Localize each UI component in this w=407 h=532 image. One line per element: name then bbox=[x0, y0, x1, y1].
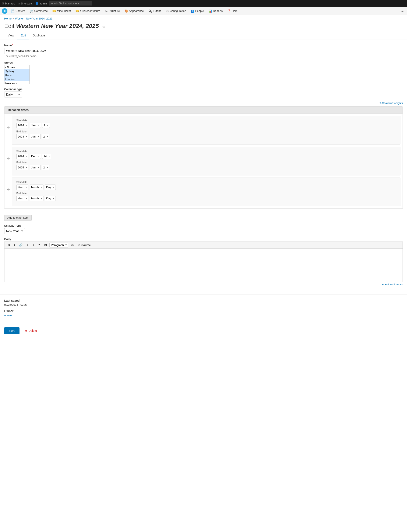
end-month-1[interactable]: Jan Feb Mar bbox=[30, 134, 40, 139]
nav-mine-ticket-label: Mine Ticket bbox=[57, 9, 71, 13]
end-day-3[interactable]: Day 1 bbox=[45, 196, 56, 201]
people-icon: 👥 bbox=[191, 9, 194, 13]
start-year-2[interactable]: 2024 2025 bbox=[16, 154, 28, 159]
site-logo[interactable] bbox=[2, 8, 8, 14]
drag-handle-1[interactable]: ✛ bbox=[7, 125, 10, 130]
start-month-1[interactable]: Jan Feb Mar Apr May Jun Jul Aug Sep Oct bbox=[30, 123, 41, 128]
calendar-type-label: Calendar type bbox=[4, 87, 403, 91]
start-date-group-1: Start date 2024 2025 Jan Feb Mar Apr bbox=[16, 119, 396, 128]
start-day-2[interactable]: 24 bbox=[42, 154, 51, 159]
store-option-paris: Paris bbox=[4, 73, 30, 77]
appearance-icon: 🎨 bbox=[125, 9, 128, 13]
delete-button[interactable]: 🗑 Delete bbox=[22, 327, 39, 334]
date-row-wrapper-1: ✛ Start date 2024 2025 Jan Feb bbox=[7, 116, 400, 145]
manage-label: Manage bbox=[5, 2, 15, 5]
nav-configuration[interactable]: ⚙ Configuration bbox=[164, 8, 188, 14]
editor-image-button[interactable]: 🖼 bbox=[42, 243, 48, 247]
stores-listbox[interactable]: - None - Sydney Paris London New York bbox=[4, 65, 30, 84]
start-date-group-2: Start date 2024 2025 Jan Feb Mar Apr bbox=[16, 150, 396, 159]
tab-duplicate[interactable]: Duplicate bbox=[29, 32, 48, 39]
end-date-group-3: End date Year 2024 2025 Month Jan bbox=[16, 192, 396, 201]
end-date-label-3: End date bbox=[16, 192, 396, 195]
tab-view[interactable]: View bbox=[4, 32, 17, 39]
start-day-3[interactable]: Day 1 2 bbox=[45, 185, 56, 190]
configuration-icon: ⚙ bbox=[166, 9, 169, 13]
admin-search-input[interactable] bbox=[49, 1, 92, 6]
drag-handle-3[interactable]: ✛ bbox=[7, 187, 10, 192]
start-month-3[interactable]: Month Jan Feb bbox=[30, 185, 43, 190]
name-input[interactable] bbox=[4, 48, 68, 54]
nav-commerce[interactable]: 🛒 Commerce bbox=[28, 8, 50, 14]
nav-people[interactable]: 👥 People bbox=[189, 8, 206, 14]
editor-numbered-list-button[interactable]: ≡ bbox=[31, 243, 36, 247]
date-row-wrapper-3: ✛ Start date Year 2024 2025 Month bbox=[7, 177, 400, 206]
source-label: Source bbox=[81, 243, 91, 247]
nav-reports-label: Reports bbox=[213, 9, 223, 13]
nav-content[interactable]: 📄 Content bbox=[9, 8, 27, 14]
editor-link-button[interactable]: 🔗 bbox=[17, 243, 24, 247]
show-row-weights: ⇅ Show row weights bbox=[4, 101, 403, 106]
nav-structure[interactable]: 🏗 Structure bbox=[103, 8, 122, 14]
nav-reports[interactable]: 📊 Reports bbox=[206, 8, 225, 14]
breadcrumb: Home › Western New Year 2024, 2025 bbox=[0, 15, 407, 22]
end-month-3[interactable]: Month Jan bbox=[30, 196, 43, 201]
set-day-type-select[interactable]: New Year Christmas Holiday bbox=[4, 228, 25, 234]
show-row-weights-link[interactable]: ⇅ Show row weights bbox=[379, 102, 403, 105]
shortcuts-label: Shortcuts bbox=[21, 2, 33, 5]
start-day-1[interactable]: 1 2 3 bbox=[42, 123, 50, 128]
store-option-london: London bbox=[4, 77, 30, 81]
calendar-type-select[interactable]: Daily Weekly Monthly bbox=[4, 92, 22, 97]
body-group: Body B I 🔗 ≡ ≡ ❝ 🖼 Paragraph Heading 1 H… bbox=[4, 238, 403, 287]
date-row-2: Start date 2024 2025 Jan Feb Mar Apr bbox=[12, 146, 400, 175]
about-text-formats-link[interactable]: About text formats bbox=[382, 283, 403, 286]
nav-appearance[interactable]: 🎨 Appearance bbox=[122, 8, 146, 14]
drag-handle-2[interactable]: ✛ bbox=[7, 156, 10, 161]
end-year-3[interactable]: Year 2024 2025 bbox=[16, 196, 28, 201]
start-date-selects-1: 2024 2025 Jan Feb Mar Apr May Jun Jul bbox=[16, 123, 396, 128]
shortcuts-item[interactable]: ☆ Shortcuts bbox=[18, 2, 33, 5]
editor-bold-button[interactable]: B bbox=[6, 243, 11, 247]
nav-settings-icon[interactable]: ≡ bbox=[399, 8, 405, 14]
nav-commerce-label: Commerce bbox=[34, 9, 48, 13]
end-year-2[interactable]: 2024 2025 bbox=[16, 165, 28, 170]
user-item[interactable]: 👤 admin bbox=[35, 2, 47, 5]
structure-icon: 🏗 bbox=[105, 9, 108, 13]
editor-code-view-button[interactable]: <> bbox=[69, 243, 76, 247]
help-icon: ❓ bbox=[227, 9, 231, 13]
manage-item[interactable]: ⚙ Manage bbox=[2, 2, 15, 5]
end-day-1[interactable]: 1 2 3 bbox=[42, 134, 49, 139]
add-another-item-button[interactable]: Add another item bbox=[4, 215, 31, 221]
body-editor[interactable] bbox=[4, 248, 403, 282]
tab-edit[interactable]: Edit bbox=[17, 32, 29, 39]
editor-paragraph-select[interactable]: Paragraph Heading 1 Heading 2 Heading 3 bbox=[49, 243, 68, 247]
user-icon: 👤 bbox=[35, 2, 39, 5]
nav-eticket-structure[interactable]: 🎫 eTicket structure bbox=[73, 8, 102, 14]
favorite-star-icon[interactable]: ☆ bbox=[102, 24, 106, 29]
start-year-3[interactable]: Year 2024 2025 bbox=[16, 185, 28, 190]
start-year-1[interactable]: 2024 2025 bbox=[16, 123, 28, 128]
editor-source-button[interactable]: ⊙ Source bbox=[77, 243, 93, 247]
name-label: Name* bbox=[4, 44, 403, 47]
page-title: Edit Western New Year 2024, 2025 ☆ bbox=[4, 23, 403, 30]
source-icon: ⊙ bbox=[78, 243, 80, 247]
start-month-2[interactable]: Jan Feb Mar Apr May Jun Jul Aug Sep Oct bbox=[30, 154, 41, 159]
save-button[interactable]: Save bbox=[4, 327, 19, 334]
nav-extend[interactable]: 🔌 Extend bbox=[146, 8, 164, 14]
editor-bullet-list-button[interactable]: ≡ bbox=[25, 243, 30, 247]
delete-icon: 🗑 bbox=[25, 329, 28, 332]
tabs: View Edit Duplicate bbox=[0, 32, 407, 39]
nav-help[interactable]: ❓ Help bbox=[225, 8, 240, 14]
start-date-label-1: Start date bbox=[16, 119, 396, 122]
end-year-1[interactable]: 2024 2025 bbox=[16, 134, 28, 139]
breadcrumb-parent[interactable]: Western New Year 2024, 2025 bbox=[15, 17, 52, 20]
end-day-2[interactable]: 1 2 bbox=[42, 165, 49, 170]
top-nav: 📄 Content 🛒 Commerce 🎫 Mine Ticket 🎫 eTi… bbox=[0, 7, 407, 15]
start-date-group-3: Start date Year 2024 2025 Month Jan Feb bbox=[16, 181, 396, 190]
editor-italic-button[interactable]: I bbox=[12, 243, 16, 247]
stores-group: Stores - None - Sydney Paris London New … bbox=[4, 61, 403, 84]
editor-blockquote-button[interactable]: ❝ bbox=[37, 243, 42, 247]
nav-mine-ticket[interactable]: 🎫 Mine Ticket bbox=[50, 8, 73, 14]
end-month-2[interactable]: Jan Feb bbox=[30, 165, 40, 170]
action-bar: Save 🗑 Delete bbox=[0, 324, 407, 338]
breadcrumb-home[interactable]: Home bbox=[4, 17, 12, 20]
